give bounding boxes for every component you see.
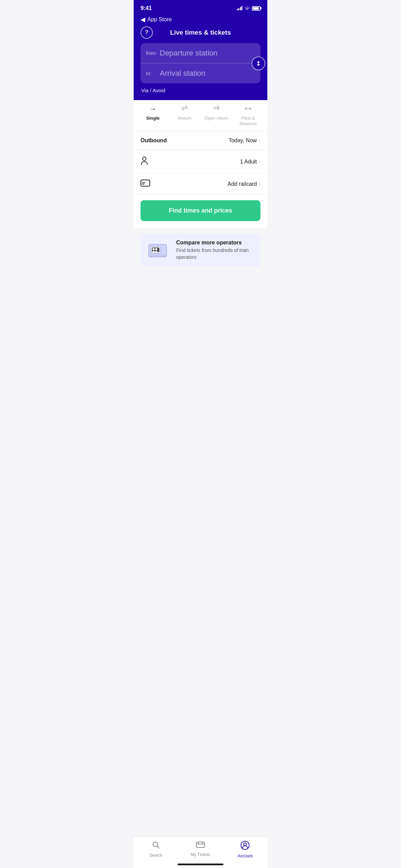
flexi-seasons-icon [244, 105, 252, 113]
swap-stations-button[interactable] [252, 57, 265, 70]
outbound-row[interactable]: Outbound Today, Now › [134, 131, 267, 150]
svg-rect-8 [155, 248, 157, 250]
svg-rect-9 [153, 251, 155, 252]
svg-rect-1 [141, 180, 150, 186]
outbound-chevron-icon: › [259, 138, 260, 143]
to-input-row[interactable]: to: Arrival station [141, 63, 260, 83]
arrival-station-placeholder: Arrival station [160, 69, 205, 78]
tab-return[interactable]: Return [169, 105, 201, 126]
single-label: Single [146, 116, 160, 121]
flexi-seasons-label: Flexi & Seasons [232, 116, 264, 126]
railcard-value-group: Add railcard › [228, 181, 260, 187]
help-button[interactable]: ? [141, 26, 153, 39]
single-icon: → [149, 105, 156, 113]
return-label: Return [178, 116, 191, 121]
passengers-value-group: 1 Adult › [240, 159, 260, 165]
outbound-value-group: Today, Now › [229, 137, 260, 144]
svg-rect-7 [153, 248, 155, 250]
wifi-icon [244, 6, 250, 11]
open-return-label: Open return [205, 116, 228, 121]
return-icon [181, 105, 189, 113]
from-input-row[interactable]: from: Departure station [141, 43, 260, 63]
svg-rect-2 [142, 182, 145, 183]
battery-icon [252, 6, 260, 11]
via-avoid-link[interactable]: Via / Avoid [141, 87, 260, 93]
station-inputs: from: Departure station to: Arrival stat… [141, 43, 260, 83]
status-time: 9:41 [141, 5, 152, 12]
promo-banner[interactable]: Compare more operators Find tickets from… [141, 233, 260, 267]
railcard-row[interactable]: Add railcard › [134, 173, 267, 195]
svg-point-0 [143, 157, 146, 160]
tab-single[interactable]: → Single [137, 105, 169, 126]
back-bar: ◀ App Store [134, 14, 267, 23]
passengers-chevron-icon: › [259, 159, 260, 165]
status-icons [237, 6, 261, 11]
promo-description: Find tickets from hundreds of train oper… [176, 247, 255, 261]
back-label[interactable]: App Store [147, 16, 172, 23]
search-section: from: Departure station to: Arrival stat… [134, 43, 267, 100]
promo-ticket-icon [146, 240, 171, 260]
promo-text: Compare more operators Find tickets from… [176, 240, 255, 261]
app-header: ? Live times & tickets [134, 23, 267, 43]
railcard-chevron-icon: › [259, 181, 260, 187]
passengers-value: 1 Adult [240, 159, 257, 165]
find-times-prices-button[interactable]: Find times and prices [141, 200, 260, 221]
signal-icon [237, 6, 243, 10]
svg-rect-11 [149, 255, 167, 257]
find-button-section: Find times and prices [134, 195, 267, 228]
from-label: from: [146, 50, 157, 56]
to-label: to: [146, 71, 157, 76]
ticket-type-tabs: → Single Return Open return [134, 100, 267, 131]
status-bar: 9:41 [134, 0, 267, 14]
passenger-icon [141, 156, 148, 167]
tab-flexi-seasons[interactable]: Flexi & Seasons [232, 105, 264, 126]
outbound-label: Outbound [141, 137, 167, 144]
options-section: Outbound Today, Now › 1 Adult › [134, 131, 267, 195]
railcard-icon [141, 180, 150, 188]
railcard-value: Add railcard [228, 181, 257, 187]
outbound-value: Today, Now [229, 137, 257, 144]
svg-rect-10 [155, 251, 157, 252]
tab-open-return[interactable]: Open return [200, 105, 232, 126]
svg-rect-3 [142, 184, 144, 184]
departure-station-placeholder: Departure station [160, 49, 218, 58]
back-chevron-icon: ◀ [141, 16, 145, 23]
page-title: Live times & tickets [170, 29, 231, 36]
open-return-icon [212, 105, 220, 113]
help-icon: ? [145, 29, 148, 36]
promo-title: Compare more operators [176, 240, 255, 246]
passengers-row[interactable]: 1 Adult › [134, 150, 267, 173]
